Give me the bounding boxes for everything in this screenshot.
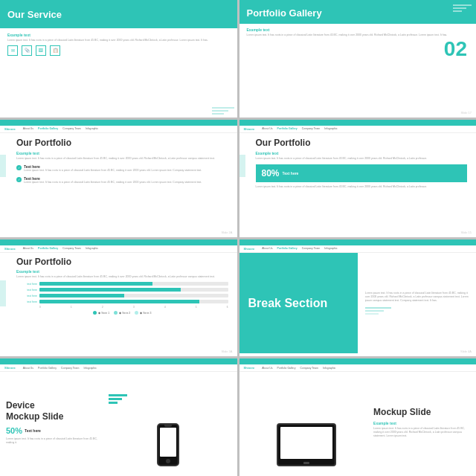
slide1-icon-mail: ✉	[7, 45, 18, 56]
slide2-example-label: Example text	[247, 28, 469, 32]
slide6-deco-lines	[365, 307, 469, 315]
slide1-icons-row: ✉ 📎 🖼 📋	[7, 45, 230, 56]
slide4-body-text: Lorem ipsum text. It has roots in a piec…	[256, 157, 468, 161]
slide5-example-label: Example text	[16, 269, 228, 274]
slide8-top-bar	[239, 358, 477, 364]
slide4-nav-team: Company Team	[302, 127, 320, 130]
slide5-legend-label-3: ◆ Serie 3	[140, 312, 151, 315]
slide4-nav-info: Infographic	[324, 127, 337, 130]
slide8-nav-team: Company Team	[300, 367, 318, 370]
slide3-title: Our Portfolio	[16, 138, 228, 148]
slide5-top-bar	[0, 239, 237, 245]
slide2-deco-3	[453, 10, 462, 12]
slide7-top-bar	[0, 358, 237, 364]
slide8-body: Mockup Slide Example text Lorem ipsum te…	[239, 372, 477, 473]
slide2-content: Example text Lorem ipsum text. It has ro…	[239, 24, 477, 41]
slide4-top-bar	[239, 120, 477, 126]
slide5-nav-portfolio: Portfolio Gallery	[38, 247, 58, 250]
slide5-bar-label-4: text here	[16, 300, 37, 303]
slide7-percent-label: Text here	[25, 428, 41, 433]
slide-5: Shinere About Us Portfolio Gallery Compa…	[0, 239, 237, 357]
slide5-main: Our Portfolio Example text Lorem ipsum t…	[7, 253, 237, 319]
slide3-check-1: ✓ Text here Lorem ipsum text. It has roo…	[16, 164, 228, 173]
slide6-brand: Shinere	[244, 247, 255, 251]
slide8-nav: Shinere About Us Portfolio Gallery Compa…	[239, 364, 477, 372]
slide8-title: Mockup Slide	[373, 407, 472, 417]
slide6-top-bar	[239, 239, 477, 245]
slide8-tablet	[277, 423, 336, 466]
slide1-example-label: Example text	[7, 33, 230, 37]
slide5-deco-bar	[0, 280, 6, 306]
slide5-legend-dot-3	[135, 311, 138, 315]
slide8-tablet-button	[303, 462, 309, 464]
slide4-deco-bar	[239, 155, 245, 177]
slide5-nav-team: Company Team	[62, 247, 80, 250]
slide2-header: Portfolio Gallery	[239, 0, 477, 24]
slide2-slide-num: Slide 17	[461, 111, 472, 115]
slide3-check-2-text: Text here Lorem ipsum text. It has roots…	[24, 176, 202, 184]
slide8-nav-about: About Us	[262, 367, 272, 370]
slide7-body-text: Lorem ipsum text. It has roots in a piec…	[6, 437, 100, 445]
slide5-axis-5: 5	[196, 306, 197, 309]
slide7-phone-area	[105, 376, 231, 469]
main-grid: Our Service Example text Lorem ipsum tex…	[0, 0, 476, 476]
deco-line-2	[212, 110, 228, 112]
slide3-check-2-desc: Lorem ipsum text. It has roots in a piec…	[24, 181, 202, 184]
slide7-deco-lines	[109, 394, 127, 404]
slide-7: Shinere About Us Portfolio Gallery Compa…	[0, 358, 237, 476]
slide7-title-line2: Mockup Slide	[6, 411, 63, 422]
slide3-check-1-desc: Lorem ipsum text. It has roots in a piec…	[24, 169, 202, 173]
slide5-slide-num: Slide 3A	[222, 350, 233, 353]
slide5-bar-row-4: text here	[16, 300, 228, 303]
slide7-phone-screen	[160, 428, 176, 457]
slide5-legend-1: ◆ Serie 1	[93, 311, 109, 315]
slide8-brand: Shinere	[244, 366, 255, 370]
slide5-legend-dot-2	[114, 311, 118, 315]
slide5-body-text: Lorem ipsum text. It has roots in a piec…	[16, 275, 228, 279]
slide8-right: Mockup Slide Example text Lorem ipsum te…	[373, 376, 472, 469]
slide7-body: Device Mockup Slide 50% Text here Lorem …	[0, 372, 237, 473]
slide5-nav-about: About Us	[23, 247, 33, 250]
slide6-nav-about: About Us	[262, 247, 272, 250]
slide1-icon-image: 🖼	[36, 45, 46, 56]
slide4-nav: Shinere About Us Portfolio Gallery Compa…	[239, 126, 477, 133]
slide2-deco	[453, 4, 472, 12]
slide8-tablet-area	[244, 376, 370, 469]
slide2-deco-2	[453, 7, 466, 9]
slide1-body-text: Lorem ipsum text. It has roots in a piec…	[7, 39, 230, 42]
slide5-bar-label-2: text here	[16, 289, 37, 292]
slide4-progress-label: Text here	[283, 171, 299, 176]
slide8-body-text: Lorem ipsum text. It has roots in a piec…	[373, 427, 472, 438]
slide5-bar-row-3: text here	[16, 294, 228, 298]
slide5-legend-dot-1	[93, 311, 97, 315]
slide6-title: Break Section	[248, 296, 328, 310]
slide8-tablet-screen	[280, 427, 332, 459]
slide1-icon-clip: 📎	[22, 45, 32, 56]
slide5-bar-row-1: text here	[16, 282, 228, 286]
slide8-nav-info: Infographic	[323, 367, 335, 370]
slide5-axis: 0 1 2 3 4 5 6	[16, 306, 228, 309]
slide2-body-text: Lorem ipsum text. It has roots in a piec…	[247, 33, 469, 37]
slide7-nav: Shinere About Us Portfolio Gallery Compa…	[0, 364, 237, 372]
slide-4: Shinere About Us Portfolio Gallery Compa…	[239, 120, 477, 237]
slide3-nav-team: Company Team	[62, 127, 80, 130]
slide5-legend-label-1: ◆ Serie 1	[98, 312, 109, 315]
slide5-bar-label-3: text here	[16, 295, 37, 298]
slide7-nav-portfolio: Portfolio Gallery	[38, 367, 57, 370]
slide7-phone	[157, 423, 179, 466]
slide5-bar-track-1	[39, 282, 228, 286]
slide3-top-bar	[0, 120, 237, 126]
slide7-title: Device Mockup Slide	[6, 400, 100, 422]
slide3-nav-info: Infographic	[86, 127, 98, 130]
slide6-right: Lorem ipsum text. It has roots in a piec…	[358, 253, 476, 354]
slide-8: Shinere About Us Portfolio Gallery Compa…	[239, 358, 477, 476]
slide7-nav-about: About Us	[23, 367, 33, 370]
slide5-axis-3: 3	[133, 306, 135, 309]
slide5-legend: ◆ Serie 1 ◆ Serie 2 ◆ Serie 3	[16, 311, 228, 315]
slide5-nav: Shinere About Us Portfolio Gallery Compa…	[0, 245, 237, 253]
slide-2: Portfolio Gallery Example text Lorem ips…	[239, 0, 477, 118]
slide3-example-label: Example text	[16, 151, 228, 155]
slide3-slide-num: Slide 2A	[222, 231, 233, 234]
slide7-left: Device Mockup Slide 50% Text here Lorem …	[6, 376, 100, 469]
slide7-deco-1	[109, 394, 127, 396]
